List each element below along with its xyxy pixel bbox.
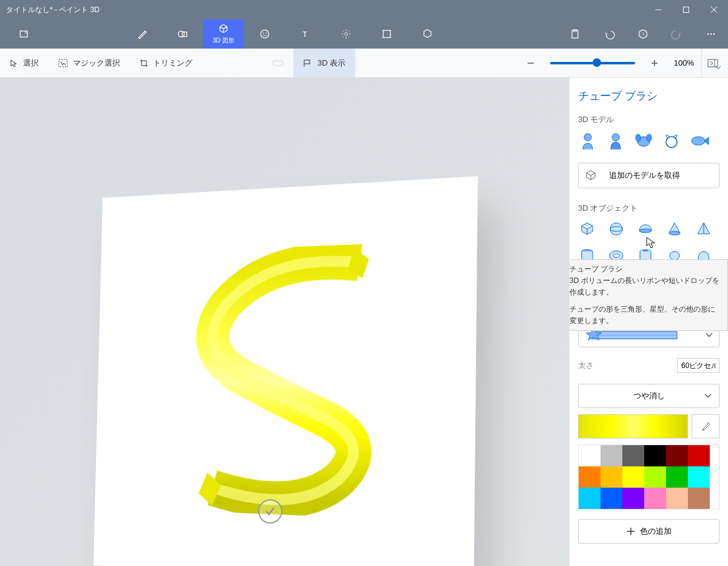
svg-point-53 [613,254,619,257]
3d-view-button[interactable]: 3D 表示 [293,49,355,77]
svg-point-11 [344,33,347,36]
history-button[interactable] [626,19,660,49]
tube-s-shape[interactable] [168,242,402,519]
mixed-reality-button[interactable] [263,49,293,77]
text-tab[interactable]: T [285,19,325,49]
color-swatch[interactable] [622,488,644,509]
undo-button[interactable] [592,19,626,49]
material-label: つや消し [633,390,665,401]
svg-point-43 [636,134,641,142]
zoom-thumb[interactable] [593,58,601,67]
cone-object-icon[interactable] [665,220,684,238]
commit-button[interactable] [258,499,282,523]
2d-shapes-tab[interactable] [162,19,203,49]
eyedropper-button[interactable] [692,414,719,438]
add-color-button[interactable]: 色の追加 [578,519,719,544]
svg-rect-1 [684,7,689,13]
tooltip-line2: チューブの形を三角形、星型、その他の形に変更します。 [570,304,721,327]
color-swatch[interactable] [622,466,644,488]
minimize-button[interactable] [644,0,672,19]
svg-rect-20 [383,30,390,38]
svg-line-16 [342,31,344,32]
model-woman-icon[interactable] [606,131,625,151]
svg-point-50 [669,231,680,235]
color-swatch[interactable] [688,466,710,488]
model-dog-icon[interactable] [634,131,653,151]
canvas-area[interactable] [0,78,569,566]
close-button[interactable] [700,0,728,19]
select-button[interactable]: 選択 [0,49,49,77]
color-swatch[interactable] [600,445,622,466]
color-swatch[interactable] [688,445,710,466]
svg-point-44 [647,134,651,142]
svg-point-30 [713,33,715,35]
toolbar: 選択 マジック選択 トリミング 3D 表示 100% [0,49,728,78]
3d-view-label: 3D 表示 [318,58,345,69]
cube-icon [585,169,597,182]
get-more-models-button[interactable]: 追加のモデルを取得 [578,163,719,188]
titlebar: タイトルなし* - ペイント 3D [0,0,728,19]
stickers-tab[interactable] [244,19,285,49]
color-swatch[interactable] [688,488,710,509]
color-swatch[interactable] [622,445,644,466]
models-label: 3D モデル [578,114,719,125]
effects-tab[interactable] [325,19,366,49]
model-fish-icon[interactable] [690,131,709,151]
mr-icon [273,59,284,67]
color-swatch[interactable] [644,488,666,509]
magic-select-button[interactable]: マジック選択 [49,49,130,77]
color-swatch[interactable] [579,466,600,488]
color-swatch[interactable] [644,445,666,466]
svg-point-46 [692,137,705,145]
svg-point-7 [260,30,268,38]
model-man-icon[interactable] [578,131,597,151]
size-input[interactable] [677,358,719,373]
get-more-label: 追加のモデルを取得 [609,170,680,181]
svg-text:T: T [302,30,307,39]
crop-button[interactable]: トリミング [130,49,202,77]
color-swatch[interactable] [579,445,600,466]
3d-library-tab[interactable] [407,19,447,49]
canvas-tab[interactable] [366,19,407,49]
maximize-button[interactable] [672,0,700,19]
magic-select-label: マジック選択 [73,58,120,69]
svg-point-45 [666,137,677,148]
svg-rect-4 [20,31,27,37]
svg-rect-32 [273,61,283,66]
more-button[interactable] [694,19,728,49]
hemisphere-object-icon[interactable] [636,220,655,238]
sphere-object-icon[interactable] [607,220,625,238]
toggle-panel-button[interactable] [701,49,728,77]
color-swatch[interactable] [600,488,622,509]
color-swatch[interactable] [666,488,688,509]
flag-icon [303,59,313,67]
brushes-tab[interactable] [121,19,162,49]
chevron-down-icon [706,333,713,338]
menu-tab[interactable] [0,19,49,49]
crop-icon [140,59,148,67]
color-swatch[interactable] [666,445,688,466]
material-dropdown[interactable]: つや消し [578,384,719,408]
zoom-out-button[interactable] [519,59,543,67]
paste-button[interactable] [558,19,592,49]
svg-line-19 [348,31,349,32]
pyramid-object-icon[interactable] [695,220,713,238]
magic-select-icon [58,59,68,67]
zoom-in-button[interactable] [642,59,667,67]
color-swatch[interactable] [579,488,600,509]
svg-rect-31 [59,60,67,67]
svg-point-40 [584,134,591,141]
zoom-percent[interactable]: 100% [667,58,701,67]
3d-shapes-tab[interactable]: 3D 図形 [203,19,244,49]
svg-rect-56 [670,251,679,260]
ribbon: 3D 図形 T [0,19,728,49]
canvas[interactable] [94,176,478,566]
cube-object-icon[interactable] [578,220,596,238]
color-swatch[interactable] [644,466,666,488]
current-color-swatch[interactable] [578,414,688,438]
redo-button[interactable] [660,19,694,49]
zoom-slider[interactable] [550,62,635,64]
model-cat-icon[interactable] [662,131,681,151]
color-swatch[interactable] [600,466,622,488]
color-swatch[interactable] [666,466,688,488]
